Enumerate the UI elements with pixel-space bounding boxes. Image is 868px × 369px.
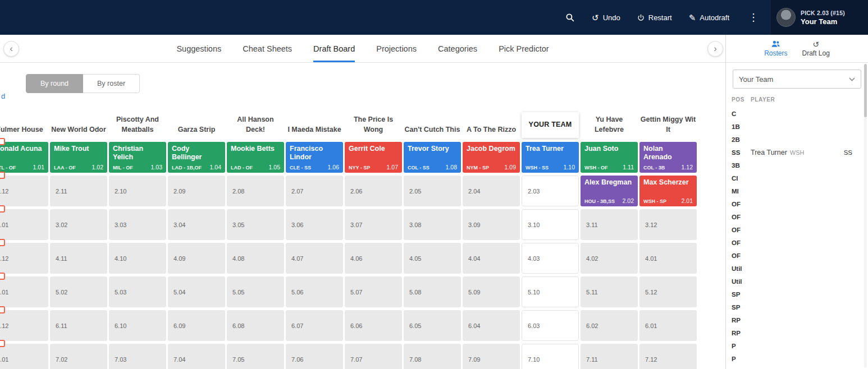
top-header: ↺ Undo Restart ✎ Autodraft ⋮ PICK 2.03 (… [0, 0, 868, 35]
player-card[interactable]: Trea TurnerWSH - SS1.10 [522, 142, 579, 173]
empty-pick-cell: 6.02 [581, 310, 638, 341]
tab-draft-board[interactable]: Draft Board [313, 35, 355, 62]
player-card[interactable]: Christian YelichMIL - OF1.03 [109, 142, 166, 173]
player-meta-row: NYM - SP1.09 [467, 164, 516, 170]
power-icon [637, 14, 645, 21]
player-team-pos: COL - SS [408, 165, 430, 170]
restart-button[interactable]: Restart [637, 13, 672, 22]
cutoff-queue-box [0, 306, 5, 313]
player-card[interactable]: Max ScherzerWSH - SP2.01 [639, 176, 697, 206]
roster-pos-label: RP [732, 330, 751, 336]
tab-rosters[interactable]: Rosters [764, 40, 787, 57]
tab-suggestions[interactable]: Suggestions [176, 35, 221, 62]
roster-row: RP [726, 313, 868, 326]
player-card[interactable]: Juan SotoWSH - OF1.11 [581, 142, 638, 173]
empty-pick-cell: 3.03 [109, 209, 166, 240]
empty-pick-cell: 2.10 [109, 176, 166, 206]
roster-pos-label: 2B [732, 136, 751, 143]
player-card[interactable]: Mookie BettsLAD - OF1.05 [227, 142, 284, 173]
roster-row: CI [726, 172, 868, 184]
roster-player-team: WSH [790, 149, 805, 156]
player-name: Max Scherzer [643, 178, 693, 197]
empty-pick-cell: 7.03 [109, 344, 166, 369]
tabs-scroll-right-button[interactable]: › [707, 41, 723, 57]
header-actions: ↺ Undo Restart ✎ Autodraft ⋮ [565, 11, 764, 24]
player-card[interactable]: Francisco LindorCLE - SS1.06 [286, 142, 343, 173]
player-name: Mookie Betts [231, 145, 280, 164]
player-team-pos: MIL - OF [113, 165, 133, 170]
roster-header-pos: POS [732, 96, 751, 103]
nav-tabs: SuggestionsCheat SheetsDraft BoardProjec… [176, 35, 549, 62]
player-team-pos: LAA - OF [54, 165, 76, 170]
player-name: Cody Bellinger [172, 145, 221, 164]
empty-pick-cell: 2.12 [0, 176, 48, 206]
empty-pick-cell: 2.06 [345, 176, 402, 206]
board-column: Can't Cutch ThisTrevor StoryCOL - SS1.08… [404, 107, 461, 369]
header-team-panel: PICK 2.03 (#15) Your Team [771, 0, 868, 35]
empty-pick-cell: 7.07 [345, 344, 402, 369]
team-header: Fulmer House [0, 107, 48, 138]
tab-draft-log[interactable]: ↺ Draft Log [802, 40, 829, 57]
autodraft-button[interactable]: ✎ Autodraft [689, 13, 729, 22]
roster-row: OF [726, 210, 868, 223]
empty-pick-cell: 7.06 [286, 344, 343, 369]
tabs-scroll-left-button[interactable]: ‹ [3, 41, 19, 57]
board-column: Fulmer HouseRonald AcunaATL - OF1.012.12… [0, 107, 48, 369]
player-card[interactable]: Gerrit ColeNYY - SP1.07 [345, 142, 402, 173]
player-card[interactable]: Trevor StoryCOL - SS1.08 [404, 142, 461, 173]
board-column: Gettin Miggy Wit ItNolan ArenadoCOL - 3B… [639, 107, 697, 369]
empty-pick-cell: 6.03 [522, 310, 579, 341]
more-options-button[interactable]: ⋮ [743, 11, 764, 24]
player-meta-row: WSH - SP2.01 [643, 197, 693, 204]
empty-pick-cell: 3.10 [522, 209, 579, 240]
roster-pos-label: OF [732, 239, 751, 246]
player-meta-row: ATL - OF1.01 [0, 164, 44, 170]
player-team-pos: HOU - 3B,SS [584, 199, 615, 204]
player-meta-row: WSH - OF1.11 [584, 164, 634, 170]
player-card[interactable]: Nolan ArenadoCOL - 3B1.12 [639, 142, 697, 173]
pick-number: 1.07 [387, 164, 398, 170]
by-roster-toggle[interactable]: By roster [83, 74, 140, 93]
tab-pick-predictor[interactable]: Pick Predictor [499, 35, 549, 62]
empty-pick-cell: 3.02 [50, 209, 107, 240]
search-button[interactable] [565, 12, 575, 22]
roster-player-name[interactable]: Trea Turner [751, 149, 787, 156]
roster-sidebar: Rosters ↺ Draft Log Your Team POS PLAYER… [725, 35, 868, 369]
board-column: The Price Is WongGerrit ColeNYY - SP1.07… [345, 107, 402, 369]
main-tabbar: ‹ SuggestionsCheat SheetsDraft BoardProj… [0, 35, 725, 63]
player-team-pos: ATL - OF [0, 165, 16, 170]
roster-rows: C1B2BSSTrea TurnerWSHSS3BCIMIOFOFOFOFOFU… [726, 107, 868, 365]
tab-cheat-sheets[interactable]: Cheat Sheets [243, 35, 292, 62]
empty-pick-cell: 6.11 [50, 310, 107, 341]
by-round-toggle[interactable]: By round [26, 74, 83, 93]
tab-categories[interactable]: Categories [438, 35, 477, 62]
sidebar-scrollbar-thumb[interactable] [864, 64, 867, 117]
roster-row: OF [726, 223, 868, 236]
player-meta-row: HOU - 3B,SS2.02 [584, 197, 634, 204]
roster-pos-label: P [732, 356, 751, 362]
player-card[interactable]: Alex BregmanHOU - 3B,SS2.02 [581, 176, 638, 206]
rosters-people-icon [771, 40, 780, 48]
player-card[interactable]: Ronald AcunaATL - OF1.01 [0, 142, 48, 173]
sidebar-scrollbar[interactable] [864, 64, 867, 368]
pick-number: 1.10 [564, 164, 575, 170]
roster-pos-label: C [732, 110, 751, 117]
player-meta-row: CLE - SS1.06 [290, 164, 339, 170]
empty-pick-cell: 5.02 [50, 276, 107, 307]
team-header: Gettin Miggy Wit It [639, 107, 697, 138]
player-name: Trevor Story [408, 145, 457, 164]
team-select-dropdown[interactable]: Your Team [733, 70, 861, 89]
roster-row: SSTrea TurnerWSHSS [726, 146, 868, 159]
team-header: Garza Strip [168, 107, 225, 138]
empty-pick-cell: 6.10 [109, 310, 166, 341]
pick-number: 1.06 [328, 164, 339, 170]
player-card[interactable]: Cody BellingerLAD - 1B,OF1.04 [168, 142, 225, 173]
undo-button[interactable]: ↺ Undo [592, 13, 620, 22]
player-card[interactable]: Jacob DegromNYM - SP1.09 [463, 142, 520, 173]
tab-projections[interactable]: Projections [376, 35, 417, 62]
player-meta-row: LAD - OF1.05 [231, 164, 280, 170]
chevron-left-icon: ‹ [10, 44, 13, 53]
board-view-toggle: By round By roster [26, 74, 140, 93]
roster-row: P [726, 352, 868, 365]
player-card[interactable]: Mike TroutLAA - OF1.02 [50, 142, 107, 173]
